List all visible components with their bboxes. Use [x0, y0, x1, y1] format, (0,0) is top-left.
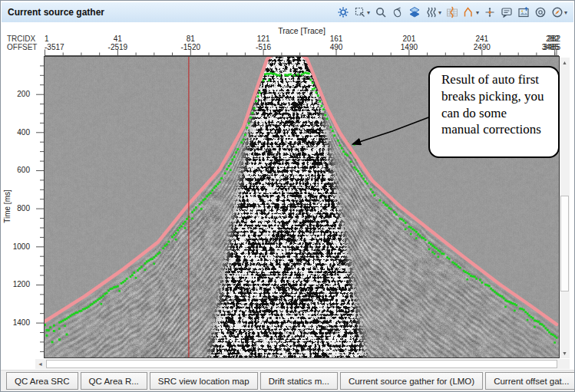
zoom-icon — [375, 6, 387, 18]
time-tick-label: 600 — [2, 166, 30, 174]
time-tick-label: 800 — [2, 204, 30, 212]
layers-button[interactable] — [407, 5, 422, 19]
horizontal-scrollbar[interactable]: ◄ ► — [35, 359, 568, 369]
wiggle-display-icon — [425, 6, 438, 18]
wiggle-display-button[interactable]: ▾ — [424, 5, 443, 19]
scroll-down-button[interactable]: ▼ — [560, 348, 570, 358]
dropdown-caret-icon: ▾ — [438, 9, 441, 16]
window-title: Current source gather — [8, 7, 104, 18]
annotation-arrow — [346, 114, 438, 153]
x-axis-ruler — [44, 48, 560, 56]
tab-bar: QC Area SRCQC Area R...SRC view location… — [1, 370, 574, 391]
time-tick-label: 400 — [2, 128, 30, 137]
time-tick-label: 200 — [2, 90, 30, 98]
vertical-scroll-thumb[interactable] — [560, 196, 569, 292]
tab-qc-area-src[interactable]: QC Area SRC — [6, 372, 78, 390]
trcidx-tick-label: 41 — [94, 35, 140, 43]
export-image-icon — [517, 6, 530, 18]
time-tick-label: 1200 — [2, 280, 30, 288]
trcidx-tick-label: 1 — [45, 35, 49, 43]
zoom-button[interactable] — [373, 5, 388, 19]
trcidx-tick-label: 161 — [313, 35, 359, 43]
layers-icon — [408, 6, 421, 18]
zoom-db-button[interactable] — [533, 5, 548, 19]
scrollbar-corner — [560, 359, 570, 369]
toolbar: ▾▾▾▾ — [335, 5, 569, 19]
settings-gear-button[interactable] — [335, 5, 351, 19]
dropdown-caret-icon: ▾ — [367, 9, 370, 16]
tab-current-offset-gat[interactable]: Current offset gat... — [485, 372, 575, 390]
offset-row-label: OFFSET — [7, 43, 37, 51]
vertical-scrollbar[interactable]: ▲ ▼ — [560, 58, 570, 358]
comment-button[interactable] — [499, 5, 514, 19]
y-axis-ruler — [33, 56, 44, 358]
tab-src-view-location-map[interactable]: SRC view location map — [150, 372, 258, 390]
mouse-tool-button[interactable] — [390, 5, 405, 19]
tab-qc-area-r[interactable]: QC Area R... — [81, 372, 147, 390]
zoom-db-icon — [534, 6, 547, 18]
horizontal-scroll-thumb[interactable] — [46, 360, 557, 368]
comment-icon — [501, 6, 513, 18]
horizon-pick-icon — [463, 6, 475, 18]
export-image-button[interactable] — [516, 5, 531, 19]
dropdown-caret-icon: ▾ — [476, 9, 479, 16]
settings-gear-icon — [337, 6, 349, 18]
scroll-left-button[interactable]: ◄ — [35, 359, 45, 369]
crosshair-button[interactable] — [482, 5, 497, 19]
trcidx-tick-label: 121 — [240, 35, 286, 43]
crosshair-icon — [484, 6, 496, 18]
pointer-select-icon — [354, 6, 366, 18]
trcidx-tick-label: 241 — [459, 35, 505, 43]
grid-wiggle-icon — [446, 6, 458, 18]
grid-wiggle-button[interactable] — [444, 5, 460, 19]
annotation-callout[interactable]: Result of auto first breaks picking, you… — [428, 66, 560, 158]
trcidx-row-label: TRCIDX — [7, 35, 35, 43]
compass-button[interactable]: ▾ — [550, 5, 569, 19]
compass-icon — [551, 6, 563, 18]
mouse-tool-icon — [392, 6, 404, 18]
dropdown-caret-icon: ▾ — [564, 9, 567, 16]
app-window: Current source gather ▾▾▾▾ Trace [Trace]… — [0, 0, 575, 392]
titlebar: Current source gather ▾▾▾▾ — [2, 2, 573, 22]
horizon-pick-button[interactable]: ▾ — [461, 5, 481, 19]
time-tick-label: 1000 — [2, 242, 30, 251]
tab-drift-statics-m[interactable]: Drift statics m... — [260, 372, 338, 390]
trcidx-tick-label: 282 — [505, 35, 559, 43]
scroll-up-button[interactable]: ▲ — [560, 58, 570, 68]
trcidx-tick-label: 81 — [167, 35, 213, 43]
pointer-select-button[interactable]: ▾ — [352, 5, 372, 19]
tab-current-source-gather-for-lmo[interactable]: Current source gather for (LMO) — [340, 372, 483, 390]
trcidx-tick-label: 201 — [386, 35, 432, 43]
annotation-text: Result of auto first breaks picking, you… — [441, 72, 544, 137]
time-tick-label: 1400 — [2, 318, 30, 327]
